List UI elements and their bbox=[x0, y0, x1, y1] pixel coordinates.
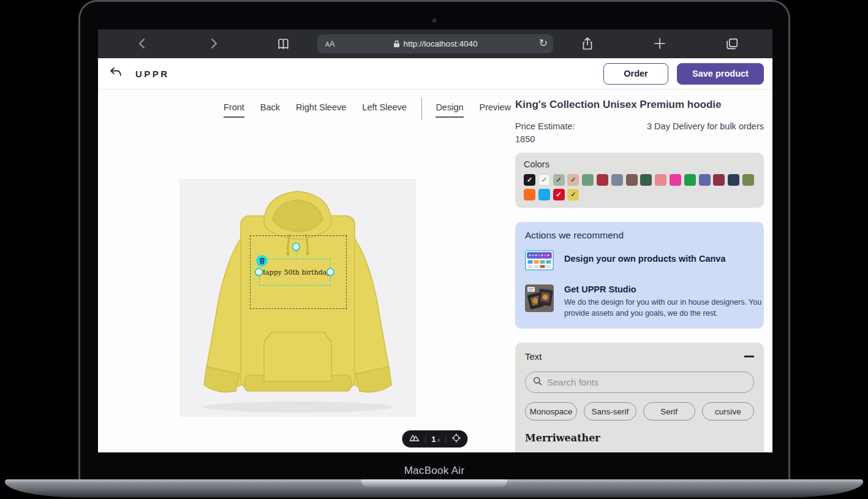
color-swatch-f7f7f7[interactable]: ✓ bbox=[538, 174, 550, 186]
zoom-level[interactable]: 1x bbox=[431, 433, 440, 444]
delete-text-button[interactable] bbox=[256, 255, 268, 267]
color-swatch-dfd05b[interactable]: ✓ bbox=[567, 189, 579, 200]
tab-front[interactable]: Front bbox=[224, 102, 244, 118]
font-search-input[interactable] bbox=[547, 377, 746, 387]
design-workspace: FrontBackRight SleeveLeft Sleeve DesignP… bbox=[98, 90, 515, 452]
tabs-row: FrontBackRight SleeveLeft Sleeve DesignP… bbox=[224, 97, 511, 122]
resize-handle-right[interactable] bbox=[326, 268, 334, 276]
category-pill-cursive[interactable]: cursive bbox=[702, 402, 754, 421]
order-button[interactable]: Order bbox=[603, 63, 668, 85]
lock-icon bbox=[393, 40, 400, 48]
color-swatch-1b1b1d[interactable]: ✓ bbox=[524, 174, 535, 186]
view-tabs: FrontBackRight SleeveLeft Sleeve bbox=[224, 102, 407, 118]
tab-design[interactable]: Design bbox=[436, 102, 463, 118]
collapse-icon[interactable] bbox=[744, 356, 754, 357]
tab-overview-icon[interactable] bbox=[725, 36, 740, 51]
tab-left-sleeve[interactable]: Left Sleeve bbox=[362, 102, 407, 118]
uppr-logo: UPPR bbox=[135, 69, 170, 79]
canvas-toolbar: 1x bbox=[402, 430, 467, 448]
lid-notch bbox=[361, 479, 507, 487]
rotate-handle[interactable] bbox=[292, 243, 300, 251]
color-swatch-d9b6a4[interactable]: ✓ bbox=[567, 174, 579, 186]
toolbar-divider bbox=[425, 435, 426, 443]
main-content: FrontBackRight SleeveLeft Sleeve DesignP… bbox=[98, 90, 772, 452]
text-card-header: Text bbox=[525, 351, 754, 362]
canva-action-item[interactable]: Design your own products with Canva bbox=[525, 250, 754, 273]
tab-preview[interactable]: Preview bbox=[480, 102, 511, 118]
check-icon: ✓ bbox=[527, 177, 532, 183]
webcam-dot bbox=[432, 18, 437, 23]
delivery-note: 3 Day Delivery for bulk orders bbox=[647, 120, 764, 133]
design-text[interactable]: Happy 50th birthday bbox=[259, 269, 330, 276]
category-pill-sans-serif[interactable]: Sans-serif bbox=[584, 402, 636, 421]
color-swatch-e8888f[interactable] bbox=[655, 174, 666, 186]
tab-right-sleeve[interactable]: Right Sleeve bbox=[296, 102, 346, 118]
colors-title: Colors bbox=[524, 159, 755, 169]
price-estimate: Price Estimate: 1850 bbox=[515, 120, 575, 146]
font-option-merriweather[interactable]: Merriweather bbox=[525, 432, 754, 444]
check-icon: ✓ bbox=[556, 177, 561, 183]
color-swatch-fb6b20[interactable] bbox=[524, 189, 535, 200]
laptop-lid: AA http://localhost:4040 ↻ bbox=[78, 0, 790, 479]
color-swatch-6f9d7a[interactable] bbox=[582, 174, 594, 186]
resize-handle-left[interactable] bbox=[255, 268, 263, 276]
new-tab-icon[interactable] bbox=[652, 36, 667, 51]
share-icon[interactable] bbox=[580, 36, 595, 51]
check-icon: ✓ bbox=[570, 177, 576, 183]
color-swatch-1f9e4b[interactable] bbox=[684, 174, 696, 186]
price-row: Price Estimate: 1850 3 Day Delivery for … bbox=[515, 120, 764, 146]
product-canvas[interactable]: Happy 50th birthday bbox=[179, 179, 416, 417]
price-value: 1850 bbox=[515, 133, 575, 146]
toolbar-divider bbox=[446, 435, 447, 443]
canva-action-title: Design your own products with Canva bbox=[564, 254, 725, 264]
check-icon: ✓ bbox=[542, 177, 547, 183]
browser-toolbar: AA http://localhost:4040 ↻ bbox=[98, 29, 772, 58]
save-product-button[interactable]: Save product bbox=[677, 63, 764, 85]
color-swatch-1ba9e9[interactable] bbox=[538, 189, 550, 200]
color-swatch-e83b9d[interactable] bbox=[670, 174, 681, 186]
search-icon bbox=[533, 376, 542, 388]
url-text: http://localhost:4040 bbox=[404, 39, 478, 48]
tabs-divider bbox=[421, 97, 423, 120]
address-bar[interactable]: AA http://localhost:4040 ↻ bbox=[317, 34, 553, 53]
uppr-studio-description: We do the design for you with our in hou… bbox=[564, 297, 766, 319]
canva-thumbnail bbox=[525, 250, 554, 273]
color-swatch-7d5a55[interactable] bbox=[626, 174, 638, 186]
color-swatches: ✓✓✓✓✓✓ bbox=[524, 174, 758, 200]
browser-forward-button[interactable] bbox=[207, 37, 221, 50]
check-icon: ✓ bbox=[570, 191, 576, 198]
color-swatch-5f68aa[interactable] bbox=[699, 174, 711, 186]
color-swatch-2e3d57[interactable] bbox=[728, 174, 739, 186]
browser-back-button[interactable] bbox=[135, 37, 149, 50]
check-icon: ✓ bbox=[556, 191, 561, 198]
color-swatch-3a5f4a[interactable] bbox=[640, 174, 652, 186]
color-swatch-7e8799[interactable] bbox=[611, 174, 623, 186]
device-label: MacBook Air bbox=[80, 465, 788, 477]
uppr-studio-action-item[interactable]: Get UPPR Studio We do the design for you… bbox=[525, 284, 754, 319]
recenter-icon[interactable] bbox=[452, 433, 461, 445]
font-list: MerriweatherEB Garamond bbox=[525, 432, 754, 452]
reload-icon[interactable]: ↻ bbox=[539, 37, 548, 50]
color-swatch-a9b6aa[interactable]: ✓ bbox=[553, 174, 565, 186]
text-selection-box[interactable]: Happy 50th birthday bbox=[259, 259, 331, 286]
text-card-title: Text bbox=[525, 351, 542, 362]
text-size-control[interactable]: AA bbox=[325, 39, 334, 48]
font-search[interactable] bbox=[525, 371, 754, 393]
color-swatch-a53441[interactable] bbox=[597, 174, 608, 186]
actions-card: Actions we recommend Design your own pro… bbox=[515, 222, 764, 329]
uppr-studio-title: Get UPPR Studio bbox=[564, 284, 766, 294]
bookmarks-icon[interactable] bbox=[276, 36, 291, 51]
color-swatch-8e3049[interactable] bbox=[713, 174, 725, 186]
font-categories: MonospaceSans-serifSerifcursive bbox=[525, 402, 754, 421]
actions-title: Actions we recommend bbox=[525, 230, 754, 241]
header-actions: Order Save product bbox=[603, 63, 764, 85]
uppr-studio-text: Get UPPR Studio We do the design for you… bbox=[564, 284, 766, 319]
tab-back[interactable]: Back bbox=[260, 102, 280, 118]
colors-card: Colors ✓✓✓✓✓✓ bbox=[515, 153, 764, 208]
color-swatch-d50f2b[interactable]: ✓ bbox=[553, 189, 565, 200]
color-swatch-77864f[interactable] bbox=[742, 174, 754, 186]
category-pill-serif[interactable]: Serif bbox=[643, 402, 695, 421]
app-back-icon[interactable] bbox=[109, 67, 122, 80]
category-pill-monospace[interactable]: Monospace bbox=[525, 402, 577, 421]
fit-view-icon[interactable] bbox=[409, 433, 420, 444]
